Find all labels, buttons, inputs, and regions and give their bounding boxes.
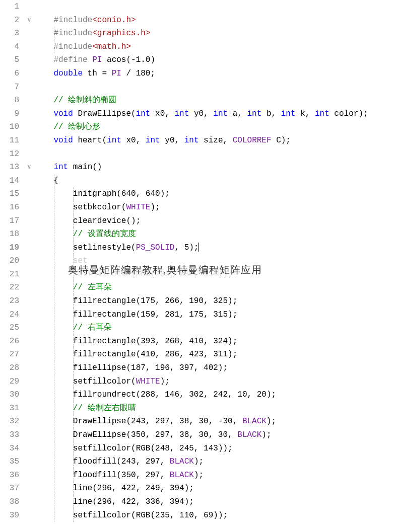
line-number: 32 <box>0 415 19 428</box>
fold-marker <box>24 281 34 294</box>
code-line[interactable]: // 右耳朵 <box>34 321 398 335</box>
line-number: 2 <box>0 14 19 27</box>
fold-marker <box>24 388 34 402</box>
code-line[interactable]: fillrectangle(410, 286, 423, 311); <box>34 348 398 361</box>
line-number: 27 <box>0 348 19 361</box>
line-number: 38 <box>0 495 19 509</box>
code-line[interactable]: floodfill(350, 297, BLACK); <box>34 469 398 482</box>
fold-marker <box>24 509 34 522</box>
line-number: 31 <box>0 402 19 415</box>
fold-marker <box>24 455 34 469</box>
fold-marker <box>24 107 34 121</box>
code-line[interactable]: line(296, 422, 336, 394); <box>34 495 398 509</box>
line-number: 36 <box>0 469 19 482</box>
fold-marker <box>24 469 34 482</box>
fold-marker <box>24 308 34 322</box>
line-number: 3 <box>0 27 19 40</box>
code-line[interactable]: fillrectangle(175, 266, 190, 325); <box>34 294 398 308</box>
code-line[interactable]: initgraph(640, 640); <box>34 187 398 201</box>
code-line[interactable]: setfillcolor(RGB(248, 245, 143)); <box>34 442 398 455</box>
fold-marker <box>24 415 34 428</box>
code-line[interactable]: DrawEllipse(350, 297, 38, 30, 30, BLACK)… <box>34 428 398 442</box>
code-line[interactable]: DrawEllipse(243, 297, 38, 30, -30, BLACK… <box>34 415 398 428</box>
code-line[interactable]: setlinestyle(PS_SOLID, 5); <box>34 241 398 255</box>
line-number: 8 <box>0 94 19 107</box>
code-line[interactable]: fillellipse(187, 196, 397, 402); <box>34 361 398 375</box>
fold-marker <box>24 53 34 67</box>
line-number: 13 <box>0 161 19 174</box>
fold-marker <box>24 321 34 335</box>
line-number: 20 <box>0 254 19 268</box>
fold-marker <box>24 81 34 94</box>
fold-marker <box>24 227 34 241</box>
line-number: 28 <box>0 361 19 375</box>
code-line[interactable]: { <box>34 174 398 188</box>
fold-marker <box>24 27 34 40</box>
code-line[interactable]: // 绘制左右眼睛 <box>34 402 398 415</box>
fold-marker <box>24 134 34 147</box>
code-line[interactable]: int main() <box>34 161 398 174</box>
code-line[interactable]: #include<math.h> <box>34 40 398 54</box>
fold-marker[interactable]: ∨ <box>24 14 34 27</box>
fold-marker <box>24 241 34 255</box>
fold-marker <box>24 402 34 415</box>
line-number: 15 <box>0 187 19 201</box>
code-line[interactable]: cleardevice(); <box>34 214 398 228</box>
fold-marker <box>24 375 34 389</box>
watermark-text: 奥特曼矩阵编程教程,奥特曼编程矩阵应用 <box>68 263 383 277</box>
line-number: 6 <box>0 67 19 81</box>
code-line[interactable]: void DrawEllipse(int x0, int y0, int a, … <box>34 107 398 121</box>
fold-marker <box>24 187 34 201</box>
fold-marker <box>24 214 34 228</box>
fold-marker <box>24 348 34 361</box>
fold-marker <box>24 482 34 495</box>
line-number: 25 <box>0 321 19 335</box>
line-number: 9 <box>0 107 19 121</box>
code-line[interactable] <box>34 0 398 14</box>
code-line[interactable]: line(296, 422, 249, 394); <box>34 482 398 495</box>
fold-marker <box>24 94 34 107</box>
fold-marker <box>24 67 34 81</box>
code-line[interactable]: setbkcolor(WHITE); <box>34 201 398 214</box>
line-number: 12 <box>0 147 19 161</box>
code-line[interactable]: floodfill(243, 297, BLACK); <box>34 455 398 469</box>
fold-marker <box>24 335 34 348</box>
fold-marker <box>24 40 34 54</box>
code-line[interactable] <box>34 81 398 94</box>
line-number: 16 <box>0 201 19 214</box>
code-line[interactable]: fillroundrect(288, 146, 302, 242, 10, 20… <box>34 388 398 402</box>
code-line[interactable]: setfillcolor(WHITE); <box>34 375 398 389</box>
code-line[interactable]: // 设置线的宽度 <box>34 227 398 241</box>
fold-marker <box>24 294 34 308</box>
line-number: 35 <box>0 455 19 469</box>
fold-marker <box>24 361 34 375</box>
code-line[interactable]: fillrectangle(393, 268, 410, 324); <box>34 335 398 348</box>
fold-marker <box>24 254 34 268</box>
fold-marker <box>24 442 34 455</box>
code-line[interactable]: double th = PI / 180; <box>34 67 398 81</box>
fold-marker <box>24 174 34 188</box>
code-line[interactable]: // 绘制心形 <box>34 120 398 134</box>
line-number: 7 <box>0 81 19 94</box>
code-line[interactable]: #include<graphics.h> <box>34 27 398 40</box>
line-number: 22 <box>0 281 19 294</box>
code-line[interactable]: void heart(int x0, int y0, int size, COL… <box>34 134 398 147</box>
code-line[interactable] <box>34 147 398 161</box>
line-number: 24 <box>0 308 19 322</box>
code-line[interactable]: fillrectangle(159, 281, 175, 315); <box>34 308 398 322</box>
code-line[interactable]: #include<conio.h> <box>34 14 398 27</box>
line-number: 33 <box>0 428 19 442</box>
code-line[interactable]: // 左耳朵 <box>34 281 398 294</box>
line-number: 39 <box>0 509 19 522</box>
line-number: 30 <box>0 388 19 402</box>
line-number: 1 <box>0 0 19 14</box>
code-line[interactable]: setfillcolor(RGB(235, 110, 69)); <box>34 509 398 522</box>
fold-marker <box>24 0 34 14</box>
fold-column: ∨∨ <box>24 0 34 532</box>
line-number-gutter: 1234567891011121314151617181920212223242… <box>0 0 24 532</box>
line-number: 19 <box>0 241 19 255</box>
fold-marker[interactable]: ∨ <box>24 161 34 174</box>
code-line[interactable]: #define PI acos(-1.0) <box>34 53 398 67</box>
line-number: 26 <box>0 335 19 348</box>
code-line[interactable]: // 绘制斜的椭圆 <box>34 94 398 107</box>
